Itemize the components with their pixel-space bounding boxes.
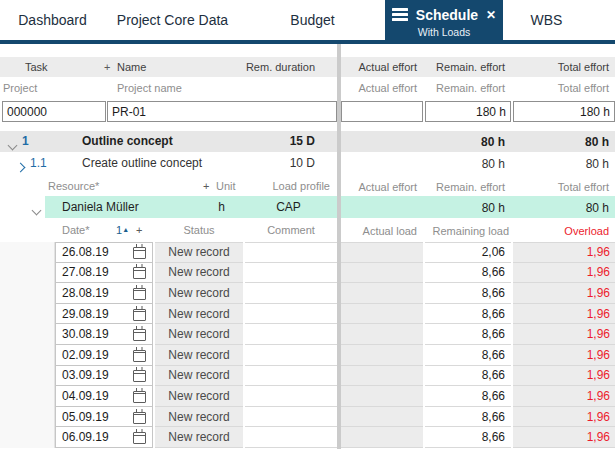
tab-label: Schedule [416,7,478,23]
task-row-1[interactable]: 1 Outline concept 15 D 80 h 80 h [0,131,615,152]
expand-chevron-icon[interactable] [17,160,24,174]
close-icon[interactable]: ✕ [486,9,496,21]
actual-load-cell [341,386,423,407]
project-actual-effort-field[interactable] [341,101,423,122]
load-row: 05.09.19 New record 8,66 1,96 [0,407,615,428]
overload-cell: 1,96 [513,263,615,284]
comment-cell[interactable] [245,427,337,448]
load-row: 30.08.19 New record 8,66 1,96 [0,324,615,345]
date-cell[interactable]: 28.08.19 [55,283,153,304]
load-profile-column-header: Load profile [230,180,330,192]
date-value: 02.09.19 [62,348,109,362]
sort-indicator[interactable]: 1▲ [116,224,129,236]
project-id-field[interactable]: 000000 [2,101,106,122]
task-header-row: Task + Name Rem. duration Actual effort … [0,57,615,77]
resource-remain-effort: 80 h [423,201,511,215]
comment-cell[interactable] [245,386,337,407]
remaining-load-cell[interactable]: 8,66 [425,427,511,448]
date-cell[interactable]: 27.08.19 [55,263,153,284]
tab-schedule[interactable]: Schedule ✕ With Loads [385,0,503,40]
add-column-icon[interactable]: + [203,180,209,192]
overload-cell: 1,96 [513,324,615,345]
comment-cell[interactable] [245,366,337,387]
date-cell[interactable]: 29.08.19 [55,304,153,325]
calendar-icon[interactable] [133,412,146,424]
actual-load-cell [341,345,423,366]
date-cell[interactable]: 30.08.19 [55,324,153,345]
project-name-field[interactable]: PR-01 [107,101,337,122]
load-row: 06.09.19 New record 8,66 1,96 [0,427,615,448]
task-remain-effort: 80 h [423,135,511,149]
sort-asc-icon: ▲ [122,226,129,233]
collapse-chevron-icon[interactable] [33,203,40,217]
date-cell[interactable]: 06.09.19 [55,427,153,448]
add-column-icon[interactable]: + [136,224,142,236]
task-row-1-1[interactable]: 1.1 Create outline concept 10 D 80 h 80 … [0,153,615,174]
comment-cell[interactable] [245,407,337,428]
comment-cell[interactable] [245,304,337,325]
project-total-effort-field[interactable]: 180 h [513,101,615,122]
comment-cell[interactable] [245,242,337,263]
actual-effort-column-header: Actual effort [341,61,423,73]
date-cell[interactable]: 26.08.19 [55,242,153,263]
project-row: 000000 PR-01 180 h 180 h [0,99,615,124]
calendar-icon[interactable] [133,288,146,300]
tab-project-core-data[interactable]: Project Core Data [105,0,240,40]
tab-budget[interactable]: Budget [240,0,385,40]
date-cell[interactable]: 03.09.19 [55,366,153,387]
row-gutter [0,407,55,428]
calendar-icon[interactable] [133,350,146,362]
remaining-load-cell[interactable]: 8,66 [425,324,511,345]
task-name: Outline concept [82,134,173,148]
remaining-load-cell[interactable]: 8,66 [425,407,511,428]
load-row: 27.08.19 New record 8,66 1,96 [0,263,615,284]
rem-duration-column-header: Rem. duration [205,61,315,73]
calendar-icon[interactable] [133,247,146,259]
row-gutter [0,366,55,387]
comment-cell[interactable] [245,263,337,284]
date-cell[interactable]: 02.09.19 [55,345,153,366]
date-cell[interactable]: 04.09.19 [55,386,153,407]
tab-label: Budget [290,12,334,28]
calendar-icon[interactable] [133,267,146,279]
date-value: 28.08.19 [62,286,109,300]
actual-load-cell [341,324,423,345]
status-cell: New record [155,366,243,387]
schedule-with-loads-screen: Dashboard Project Core Data Budget Sched… [0,0,615,449]
remaining-load-cell[interactable]: 8,66 [425,304,511,325]
comment-cell[interactable] [245,283,337,304]
calendar-icon[interactable] [133,309,146,321]
tab-label: WBS [531,12,563,28]
remaining-load-cell[interactable]: 8,66 [425,283,511,304]
resource-load-profile: CAP [240,200,337,214]
calendar-icon[interactable] [133,370,146,382]
remaining-load-cell[interactable]: 8,66 [425,263,511,284]
project-label: Project [3,82,37,94]
date-cell[interactable]: 05.09.19 [55,407,153,428]
comment-cell[interactable] [245,324,337,345]
task-number: 1 [22,134,29,148]
overload-cell: 1,96 [513,427,615,448]
total-effort-column-header: Total effort [511,61,615,73]
tab-wbs[interactable]: WBS [503,0,590,40]
remaining-load-cell[interactable]: 8,66 [425,366,511,387]
comment-cell[interactable] [245,345,337,366]
actual-effort-label: Actual effort [341,82,423,94]
remaining-load-cell[interactable]: 8,66 [425,345,511,366]
remaining-load-cell[interactable]: 2,06 [425,242,511,263]
tab-label: Project Core Data [117,12,228,28]
menu-icon[interactable] [392,6,408,24]
tab-dashboard[interactable]: Dashboard [0,0,105,40]
resource-row-selected[interactable]: Daniela Müller h CAP 80 h 80 h [0,196,615,218]
collapse-chevron-icon[interactable] [9,138,16,152]
panel-splitter[interactable] [337,44,341,449]
project-remain-effort-field[interactable]: 180 h [425,101,511,122]
calendar-icon[interactable] [133,329,146,341]
add-column-icon[interactable]: + [104,61,110,73]
remaining-load-cell[interactable]: 8,66 [425,386,511,407]
row-gutter [0,427,55,448]
calendar-icon[interactable] [133,432,146,444]
overload-cell: 1,96 [513,407,615,428]
calendar-icon[interactable] [133,391,146,403]
name-column-header: Name [117,61,146,73]
